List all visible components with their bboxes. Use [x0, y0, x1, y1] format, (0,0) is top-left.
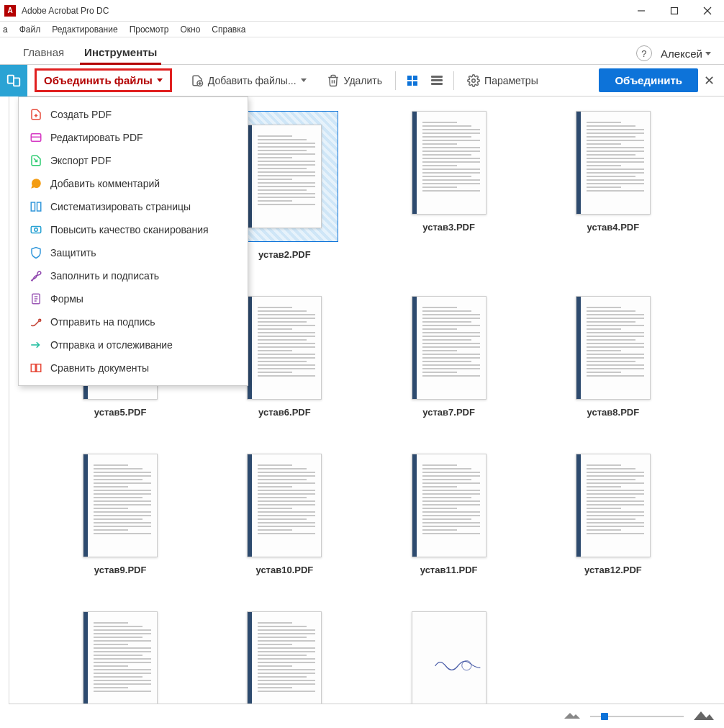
file-name-label: устав12.PDF [584, 565, 642, 575]
svg-rect-18 [31, 227, 41, 233]
file-name-label: устав10.PDF [255, 565, 313, 575]
file-thumbnail[interactable]: устав11.PDF [381, 454, 517, 575]
tab-tools[interactable]: Инструменты [74, 40, 167, 64]
dropdown-item-fill-sign[interactable]: Заполнить и подписать [19, 264, 248, 287]
dropdown-item-protect[interactable]: Защитить [19, 241, 248, 264]
svg-point-10 [461, 661, 471, 670]
svg-point-24 [39, 319, 41, 321]
close-button[interactable] [691, 0, 724, 22]
fill-sign-icon [29, 269, 43, 283]
zoom-in-icon[interactable] [694, 709, 714, 724]
organize-icon [29, 199, 43, 214]
menu-item-view[interactable]: Просмотр [130, 24, 169, 35]
separator [453, 71, 454, 90]
export-pdf-icon [29, 153, 43, 168]
dropdown-item-label: Экспорт PDF [50, 155, 112, 166]
svg-rect-26 [31, 364, 35, 372]
file-thumbnail[interactable]: устав9.PDF [53, 454, 188, 575]
zoom-slider[interactable] [590, 716, 684, 717]
gear-icon [467, 74, 480, 87]
toolbar: Объединить файлы Добавить файлы... Удали… [0, 65, 724, 96]
file-name-label: устав5.PDF [94, 407, 147, 418]
svg-point-19 [35, 228, 38, 232]
file-thumbnail[interactable] [381, 611, 517, 704]
file-thumbnail[interactable]: устав8.PDF [546, 296, 681, 418]
dropdown-item-comment[interactable]: Добавить комментарий [19, 172, 248, 195]
edit-pdf-icon [29, 130, 43, 145]
window-controls [625, 0, 724, 22]
combine-tool-icon[interactable] [0, 65, 27, 96]
combine-action-button[interactable]: Объединить [599, 68, 698, 92]
options-button[interactable]: Параметры [461, 71, 544, 90]
file-thumbnail[interactable]: устав3.PDF [381, 111, 517, 260]
comment-icon [29, 176, 43, 191]
delete-button[interactable]: Удалить [321, 71, 388, 90]
enhance-scan-icon [29, 223, 43, 237]
maximize-button[interactable] [658, 0, 691, 22]
help-icon[interactable]: ? [636, 45, 652, 61]
view-list-button[interactable] [427, 73, 446, 89]
dropdown-item-send-track[interactable]: Отправка и отслеживание [19, 333, 248, 356]
file-thumbnail[interactable]: устав7.PDF [381, 296, 517, 418]
title-bar: A Adobe Acrobat Pro DC [0, 0, 724, 22]
file-thumbnail[interactable]: устав12.PDF [546, 454, 681, 575]
dropdown-item-send-sign[interactable]: Отправить на подпись [19, 310, 248, 333]
minimize-button[interactable] [625, 0, 658, 22]
dropdown-item-forms[interactable]: Формы [19, 287, 248, 310]
zoom-out-icon[interactable] [564, 710, 580, 722]
compare-icon [29, 361, 43, 375]
file-name-label: устав7.PDF [422, 407, 475, 418]
chevron-down-icon [301, 78, 307, 82]
svg-point-9 [472, 78, 476, 82]
tab-home[interactable]: Главная [13, 40, 74, 64]
menu-item[interactable]: а [3, 24, 8, 35]
menu-item-edit[interactable]: Редактирование [52, 24, 117, 35]
dropdown-item-label: Сравнить документы [50, 362, 149, 374]
combine-files-dropdown[interactable]: Объединить файлы [35, 68, 172, 92]
create-pdf-icon [29, 107, 43, 122]
view-grid-button[interactable] [403, 73, 422, 89]
file-thumbnail[interactable]: устав4.PDF [546, 111, 681, 260]
file-thumbnail[interactable] [217, 611, 352, 704]
dropdown-item-label: Отправка и отслеживание [50, 339, 173, 351]
close-panel-button[interactable]: ✕ [698, 73, 720, 89]
dropdown-item-enhance-scan[interactable]: Повысить качество сканирования [19, 218, 248, 241]
svg-rect-1 [671, 7, 678, 14]
dropdown-item-label: Повысить качество сканирования [50, 224, 209, 235]
menu-item-help[interactable]: Справка [212, 24, 245, 35]
dropdown-item-organize[interactable]: Систематизировать страницы [19, 195, 248, 218]
dropdown-item-label: Систематизировать страницы [50, 201, 191, 212]
svg-rect-5 [14, 78, 19, 86]
dropdown-item-label: Формы [50, 293, 83, 305]
zoom-handle[interactable] [601, 713, 608, 720]
chevron-down-icon [705, 52, 711, 55]
menu-item-window[interactable]: Окно [180, 24, 200, 35]
file-name-label: устав2.PDF [258, 249, 311, 260]
file-name-label: устав6.PDF [258, 407, 311, 418]
file-thumbnail[interactable]: устав10.PDF [217, 454, 352, 575]
add-file-icon [191, 74, 204, 87]
svg-rect-27 [37, 364, 41, 372]
dropdown-item-create-pdf[interactable]: Создать PDF [19, 103, 248, 126]
send-sign-icon [29, 315, 43, 329]
dropdown-item-compare[interactable]: Сравнить документы [19, 356, 248, 379]
menu-bar: а Файл Редактирование Просмотр Окно Спра… [0, 22, 724, 37]
dropdown-item-label: Создать PDF [50, 109, 112, 120]
file-name-label: устав3.PDF [422, 222, 475, 233]
dropdown-item-label: Добавить комментарий [50, 178, 160, 189]
svg-rect-4 [8, 75, 14, 83]
file-thumbnail[interactable] [53, 611, 188, 704]
separator [395, 71, 396, 90]
dropdown-item-edit-pdf[interactable]: Редактировать PDF [19, 126, 248, 149]
user-menu[interactable]: Алексей [661, 48, 711, 60]
add-files-button[interactable]: Добавить файлы... [185, 71, 312, 90]
dropdown-item-export-pdf[interactable]: Экспорт PDF [19, 149, 248, 172]
user-name: Алексей [661, 48, 702, 60]
menu-item-file[interactable]: Файл [19, 24, 41, 35]
protect-icon [29, 246, 43, 260]
trash-icon [327, 74, 340, 87]
options-label: Параметры [484, 75, 538, 86]
send-track-icon [29, 338, 43, 352]
file-name-label: устав8.PDF [587, 407, 640, 418]
combine-files-label: Объединить файлы [44, 74, 153, 86]
